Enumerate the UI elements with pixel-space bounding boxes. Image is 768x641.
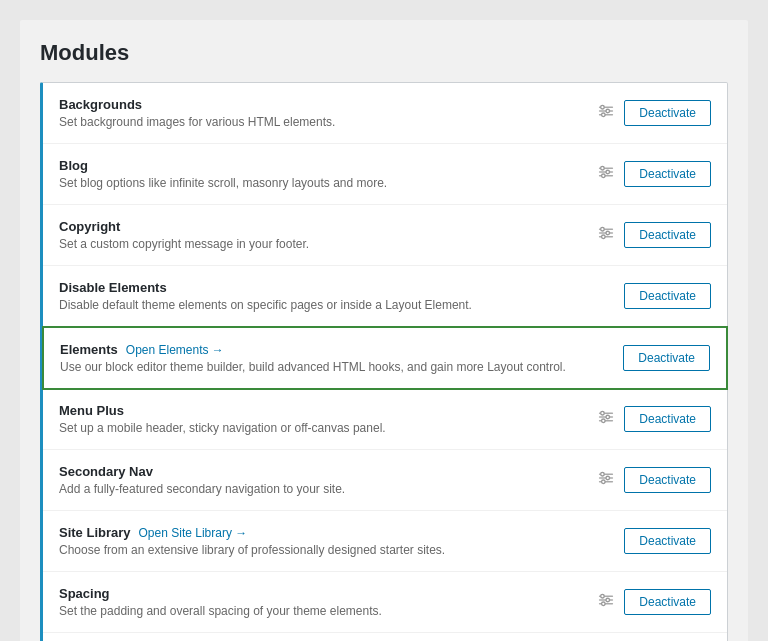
svg-point-21 <box>601 411 605 415</box>
svg-point-5 <box>602 113 606 117</box>
module-info-secondary-nav: Secondary NavAdd a fully-featured second… <box>59 464 598 496</box>
module-desc-secondary-nav: Add a fully-featured secondary navigatio… <box>59 482 598 496</box>
svg-point-28 <box>606 476 610 480</box>
deactivate-button-disable-elements[interactable]: Deactivate <box>624 283 711 309</box>
module-desc-spacing: Set the padding and overall spacing of y… <box>59 604 598 618</box>
svg-point-11 <box>602 174 606 178</box>
module-name-site-library: Site LibraryOpen Site Library → <box>59 525 624 540</box>
settings-icon[interactable] <box>598 225 614 245</box>
module-row-blog: BlogSet blog options like infinite scrol… <box>43 144 727 205</box>
deactivate-button-secondary-nav[interactable]: Deactivate <box>624 467 711 493</box>
deactivate-button-spacing[interactable]: Deactivate <box>624 589 711 615</box>
module-actions-spacing: Deactivate <box>598 589 711 615</box>
module-name-spacing: Spacing <box>59 586 598 601</box>
module-info-copyright: CopyrightSet a custom copyright message … <box>59 219 598 251</box>
deactivate-button-elements[interactable]: Deactivate <box>623 345 710 371</box>
module-actions-menu-plus: Deactivate <box>598 406 711 432</box>
modules-container: BackgroundsSet background images for var… <box>40 82 728 641</box>
module-name-blog: Blog <box>59 158 598 173</box>
module-actions-backgrounds: Deactivate <box>598 100 711 126</box>
svg-point-34 <box>606 598 610 602</box>
module-actions-blog: Deactivate <box>598 161 711 187</box>
module-actions-copyright: Deactivate <box>598 222 711 248</box>
module-name-menu-plus: Menu Plus <box>59 403 598 418</box>
deactivate-button-blog[interactable]: Deactivate <box>624 161 711 187</box>
module-desc-copyright: Set a custom copyright message in your f… <box>59 237 598 251</box>
module-name-copyright: Copyright <box>59 219 598 234</box>
module-row-woocommerce: WooCommerceAdd colors, typography, and l… <box>43 633 727 641</box>
svg-point-16 <box>606 231 610 235</box>
svg-point-29 <box>602 480 606 484</box>
module-name-elements: ElementsOpen Elements → <box>60 342 623 357</box>
module-row-site-library: Site LibraryOpen Site Library →Choose fr… <box>43 511 727 572</box>
module-name-backgrounds: Backgrounds <box>59 97 598 112</box>
module-actions-site-library: Deactivate <box>624 528 711 554</box>
settings-icon[interactable] <box>598 164 614 184</box>
module-desc-disable-elements: Disable default theme elements on specif… <box>59 298 624 312</box>
settings-icon[interactable] <box>598 470 614 490</box>
module-desc-site-library: Choose from an extensive library of prof… <box>59 543 624 557</box>
page-wrapper: Modules BackgroundsSet background images… <box>20 20 748 641</box>
module-row-menu-plus: Menu PlusSet up a mobile header, sticky … <box>43 389 727 450</box>
module-row-elements: ElementsOpen Elements →Use our block edi… <box>42 326 728 390</box>
module-desc-backgrounds: Set background images for various HTML e… <box>59 115 598 129</box>
module-info-elements: ElementsOpen Elements →Use our block edi… <box>60 342 623 374</box>
module-row-backgrounds: BackgroundsSet background images for var… <box>43 83 727 144</box>
module-info-blog: BlogSet blog options like infinite scrol… <box>59 158 598 190</box>
deactivate-button-backgrounds[interactable]: Deactivate <box>624 100 711 126</box>
deactivate-button-menu-plus[interactable]: Deactivate <box>624 406 711 432</box>
page-title: Modules <box>40 40 728 66</box>
module-actions-elements: Deactivate <box>623 345 710 371</box>
module-desc-menu-plus: Set up a mobile header, sticky navigatio… <box>59 421 598 435</box>
module-info-menu-plus: Menu PlusSet up a mobile header, sticky … <box>59 403 598 435</box>
svg-point-27 <box>601 472 605 476</box>
module-name-disable-elements: Disable Elements <box>59 280 624 295</box>
module-row-disable-elements: Disable ElementsDisable default theme el… <box>43 266 727 327</box>
module-actions-secondary-nav: Deactivate <box>598 467 711 493</box>
module-link-site-library[interactable]: Open Site Library → <box>139 526 248 540</box>
deactivate-button-site-library[interactable]: Deactivate <box>624 528 711 554</box>
settings-icon[interactable] <box>598 103 614 123</box>
module-info-site-library: Site LibraryOpen Site Library →Choose fr… <box>59 525 624 557</box>
module-row-copyright: CopyrightSet a custom copyright message … <box>43 205 727 266</box>
svg-point-23 <box>602 419 606 423</box>
svg-point-35 <box>602 602 606 606</box>
module-row-secondary-nav: Secondary NavAdd a fully-featured second… <box>43 450 727 511</box>
svg-point-3 <box>601 105 605 109</box>
module-desc-blog: Set blog options like infinite scroll, m… <box>59 176 598 190</box>
settings-icon[interactable] <box>598 592 614 612</box>
module-desc-elements: Use our block editor theme builder, buil… <box>60 360 623 374</box>
svg-point-33 <box>601 594 605 598</box>
svg-point-17 <box>602 235 606 239</box>
deactivate-button-copyright[interactable]: Deactivate <box>624 222 711 248</box>
module-link-elements[interactable]: Open Elements → <box>126 343 224 357</box>
module-info-disable-elements: Disable ElementsDisable default theme el… <box>59 280 624 312</box>
module-info-spacing: SpacingSet the padding and overall spaci… <box>59 586 598 618</box>
settings-icon[interactable] <box>598 409 614 429</box>
module-actions-disable-elements: Deactivate <box>624 283 711 309</box>
svg-point-15 <box>601 227 605 231</box>
svg-point-22 <box>606 415 610 419</box>
svg-point-10 <box>606 170 610 174</box>
module-info-backgrounds: BackgroundsSet background images for var… <box>59 97 598 129</box>
module-row-spacing: SpacingSet the padding and overall spaci… <box>43 572 727 633</box>
svg-point-4 <box>606 109 610 113</box>
module-name-secondary-nav: Secondary Nav <box>59 464 598 479</box>
svg-point-9 <box>601 166 605 170</box>
